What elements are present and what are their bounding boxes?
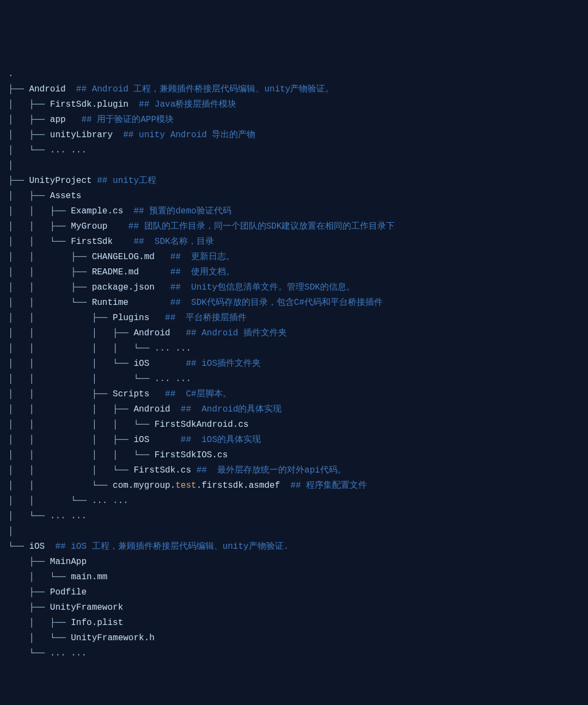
tree-line: ├── UnityProject ## unity工程 bbox=[8, 173, 580, 188]
tree-line: │ │ │ ├── Android ## Android的具体实现 bbox=[8, 402, 580, 417]
directory-tree: .├── Android ## Android 工程，兼顾插件桥接层代码编辑、u… bbox=[8, 66, 580, 661]
tree-line: │ │ └── com.mygroup.test.firstsdk.asmdef… bbox=[8, 478, 580, 493]
tree-line: │ │ │ └── iOS ## iOS插件文件夹 bbox=[8, 356, 580, 371]
tree-line: . bbox=[8, 66, 580, 82]
tree-line: │ │ │ └── ... ... bbox=[8, 371, 580, 387]
tree-line: │ └── ... ... bbox=[8, 508, 580, 524]
tree-line: ├── UnityFramework bbox=[8, 600, 580, 615]
tree-line: │ │ │ │ └── FirstSdkAndroid.cs bbox=[8, 417, 580, 432]
tree-line: │ ├── unityLibrary ## unity Android 导出的产… bbox=[8, 127, 580, 143]
tree-line: │ └── main.mm bbox=[8, 569, 580, 585]
tree-line: │ │ │ │ └── FirstSdkIOS.cs bbox=[8, 447, 580, 463]
tree-line: │ │ └── Runtime ## SDK代码存放的目录，包含C#代码和平台桥… bbox=[8, 295, 580, 310]
tree-line: │ ├── app ## 用于验证的APP模块 bbox=[8, 112, 580, 127]
tree-line: │ │ │ │ └── ... ... bbox=[8, 341, 580, 356]
tree-line: └── ... ... bbox=[8, 646, 580, 661]
tree-line: │ │ │ ├── Android ## Android 插件文件夹 bbox=[8, 326, 580, 341]
tree-line: │ │ ├── CHANGELOG.md ## 更新日志。 bbox=[8, 249, 580, 265]
tree-line: ├── MainApp bbox=[8, 554, 580, 569]
tree-line: │ ├── FirstSdk.plugin ## Java桥接层插件模块 bbox=[8, 97, 580, 112]
tree-line: │ │ └── ... ... bbox=[8, 493, 580, 508]
tree-line: │ ├── Assets bbox=[8, 188, 580, 204]
tree-line: │ │ ├── MyGroup ## 团队的工作目录，同一个团队的SDK建议放置… bbox=[8, 219, 580, 234]
tree-line: ├── Android ## Android 工程，兼顾插件桥接层代码编辑、un… bbox=[8, 82, 580, 97]
tree-line: │ │ └── FirstSdk ## SDK名称，目录 bbox=[8, 234, 580, 249]
tree-line: │ │ │ ├── iOS ## iOS的具体实现 bbox=[8, 432, 580, 447]
tree-line: │ └── UnityFramework.h bbox=[8, 630, 580, 646]
tree-line: │ │ ├── Plugins ## 平台桥接层插件 bbox=[8, 310, 580, 326]
tree-line: │ │ ├── Example.cs ## 预置的demo验证代码 bbox=[8, 204, 580, 219]
tree-line: │ bbox=[8, 158, 580, 173]
tree-line: │ │ ├── README.md ## 使用文档。 bbox=[8, 265, 580, 280]
tree-line: │ │ ├── Scripts ## C#层脚本。 bbox=[8, 387, 580, 402]
tree-line: │ │ │ └── FirstSdk.cs ## 最外层存放统一的对外api代码… bbox=[8, 463, 580, 478]
tree-line: │ │ ├── package.json ## Unity包信息清单文件。管理S… bbox=[8, 280, 580, 295]
tree-line: │ ├── Info.plist bbox=[8, 615, 580, 630]
tree-line: │ bbox=[8, 524, 580, 539]
tree-line: │ └── ... ... bbox=[8, 143, 580, 158]
tree-line: └── iOS ## iOS 工程，兼顾插件桥接层代码编辑、unity产物验证. bbox=[8, 539, 580, 554]
tree-line: ├── Podfile bbox=[8, 585, 580, 600]
